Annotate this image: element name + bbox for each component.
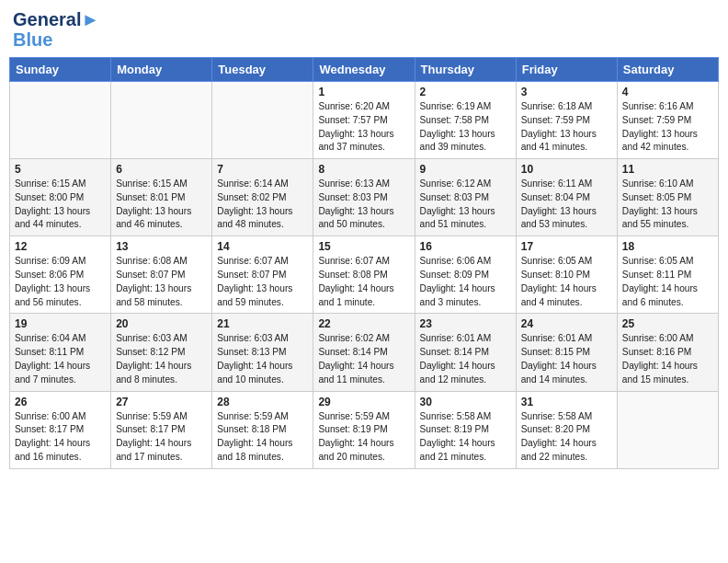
- day-number: 27: [116, 396, 207, 408]
- calendar-cell: 27Sunrise: 5:59 AM Sunset: 8:17 PM Dayli…: [111, 391, 212, 468]
- day-info: Sunrise: 6:04 AM Sunset: 8:11 PM Dayligh…: [15, 332, 106, 386]
- day-info: Sunrise: 6:15 AM Sunset: 8:01 PM Dayligh…: [116, 178, 207, 232]
- calendar-cell: 23Sunrise: 6:01 AM Sunset: 8:14 PM Dayli…: [415, 314, 516, 391]
- calendar-cell: 12Sunrise: 6:09 AM Sunset: 8:06 PM Dayli…: [10, 236, 111, 314]
- calendar-week-3: 12Sunrise: 6:09 AM Sunset: 8:06 PM Dayli…: [10, 236, 719, 314]
- day-number: 29: [318, 396, 409, 408]
- day-info: Sunrise: 6:03 AM Sunset: 8:12 PM Dayligh…: [116, 332, 207, 386]
- day-info: Sunrise: 6:00 AM Sunset: 8:16 PM Dayligh…: [622, 332, 713, 386]
- calendar-cell: 28Sunrise: 5:59 AM Sunset: 8:18 PM Dayli…: [212, 391, 313, 468]
- calendar-cell: [111, 82, 212, 159]
- calendar-cell: 24Sunrise: 6:01 AM Sunset: 8:15 PM Dayli…: [516, 314, 617, 391]
- weekday-header-tuesday: Tuesday: [212, 58, 313, 82]
- calendar-cell: 3Sunrise: 6:18 AM Sunset: 7:59 PM Daylig…: [516, 82, 617, 159]
- day-info: Sunrise: 5:59 AM Sunset: 8:19 PM Dayligh…: [318, 410, 409, 465]
- day-number: 10: [521, 163, 612, 176]
- day-number: 2: [420, 86, 511, 98]
- day-number: 31: [521, 396, 612, 408]
- calendar-table: SundayMondayTuesdayWednesdayThursdayFrid…: [9, 57, 719, 469]
- day-info: Sunrise: 6:13 AM Sunset: 8:03 PM Dayligh…: [318, 178, 409, 232]
- day-info: Sunrise: 6:09 AM Sunset: 8:06 PM Dayligh…: [15, 255, 106, 309]
- day-info: Sunrise: 6:16 AM Sunset: 7:59 PM Dayligh…: [622, 100, 713, 155]
- day-info: Sunrise: 6:18 AM Sunset: 7:59 PM Dayligh…: [521, 100, 612, 155]
- calendar-week-4: 19Sunrise: 6:04 AM Sunset: 8:11 PM Dayli…: [10, 314, 719, 391]
- day-info: Sunrise: 6:08 AM Sunset: 8:07 PM Dayligh…: [116, 255, 207, 309]
- day-info: Sunrise: 6:14 AM Sunset: 8:02 PM Dayligh…: [217, 178, 308, 232]
- day-info: Sunrise: 6:12 AM Sunset: 8:03 PM Dayligh…: [420, 178, 511, 232]
- day-number: 16: [420, 240, 511, 253]
- day-info: Sunrise: 6:19 AM Sunset: 7:58 PM Dayligh…: [420, 100, 511, 155]
- page-header: General► Blue: [9, 9, 719, 50]
- day-number: 6: [116, 163, 207, 176]
- calendar-cell: 18Sunrise: 6:05 AM Sunset: 8:11 PM Dayli…: [617, 236, 718, 314]
- day-number: 15: [318, 240, 409, 253]
- day-info: Sunrise: 5:58 AM Sunset: 8:20 PM Dayligh…: [521, 410, 612, 465]
- day-number: 18: [622, 240, 713, 253]
- calendar-cell: 30Sunrise: 5:58 AM Sunset: 8:19 PM Dayli…: [415, 391, 516, 468]
- calendar-cell: 26Sunrise: 6:00 AM Sunset: 8:17 PM Dayli…: [10, 391, 111, 468]
- day-number: 7: [217, 163, 308, 176]
- day-info: Sunrise: 5:59 AM Sunset: 8:18 PM Dayligh…: [217, 410, 308, 465]
- day-number: 17: [521, 240, 612, 253]
- weekday-header-monday: Monday: [111, 58, 212, 82]
- calendar-cell: 10Sunrise: 6:11 AM Sunset: 8:04 PM Dayli…: [516, 159, 617, 236]
- day-info: Sunrise: 6:10 AM Sunset: 8:05 PM Dayligh…: [622, 178, 713, 232]
- calendar-cell: [617, 391, 718, 468]
- day-info: Sunrise: 6:03 AM Sunset: 8:13 PM Dayligh…: [217, 332, 308, 386]
- calendar-cell: [10, 82, 111, 159]
- calendar-cell: 1Sunrise: 6:20 AM Sunset: 7:57 PM Daylig…: [313, 82, 415, 159]
- day-info: Sunrise: 6:01 AM Sunset: 8:14 PM Dayligh…: [420, 332, 511, 386]
- day-number: 26: [15, 396, 106, 408]
- day-number: 23: [420, 317, 511, 330]
- day-number: 25: [622, 317, 713, 330]
- day-number: 21: [217, 317, 308, 330]
- day-info: Sunrise: 5:59 AM Sunset: 8:17 PM Dayligh…: [116, 410, 207, 465]
- day-number: 9: [420, 163, 511, 176]
- calendar-cell: 14Sunrise: 6:07 AM Sunset: 8:07 PM Dayli…: [212, 236, 313, 314]
- calendar-week-2: 5Sunrise: 6:15 AM Sunset: 8:00 PM Daylig…: [10, 159, 719, 236]
- weekday-header-saturday: Saturday: [617, 58, 718, 82]
- day-info: Sunrise: 6:05 AM Sunset: 8:10 PM Dayligh…: [521, 255, 612, 309]
- day-info: Sunrise: 5:58 AM Sunset: 8:19 PM Dayligh…: [420, 410, 511, 465]
- calendar-cell: 8Sunrise: 6:13 AM Sunset: 8:03 PM Daylig…: [313, 159, 415, 236]
- logo-text-line2: Blue: [13, 29, 52, 50]
- calendar-cell: 9Sunrise: 6:12 AM Sunset: 8:03 PM Daylig…: [415, 159, 516, 236]
- day-number: 14: [217, 240, 308, 253]
- weekday-header-thursday: Thursday: [415, 58, 516, 82]
- calendar-week-1: 1Sunrise: 6:20 AM Sunset: 7:57 PM Daylig…: [10, 82, 719, 159]
- calendar-cell: 21Sunrise: 6:03 AM Sunset: 8:13 PM Dayli…: [212, 314, 313, 391]
- day-number: 30: [420, 396, 511, 408]
- calendar-cell: 13Sunrise: 6:08 AM Sunset: 8:07 PM Dayli…: [111, 236, 212, 314]
- calendar-cell: 17Sunrise: 6:05 AM Sunset: 8:10 PM Dayli…: [516, 236, 617, 314]
- day-info: Sunrise: 6:07 AM Sunset: 8:08 PM Dayligh…: [318, 255, 409, 309]
- calendar-cell: 7Sunrise: 6:14 AM Sunset: 8:02 PM Daylig…: [212, 159, 313, 236]
- calendar-cell: 2Sunrise: 6:19 AM Sunset: 7:58 PM Daylig…: [415, 82, 516, 159]
- day-info: Sunrise: 6:00 AM Sunset: 8:17 PM Dayligh…: [15, 410, 106, 465]
- weekday-header-row: SundayMondayTuesdayWednesdayThursdayFrid…: [10, 58, 719, 82]
- day-info: Sunrise: 6:20 AM Sunset: 7:57 PM Dayligh…: [318, 100, 409, 155]
- day-number: 3: [521, 86, 612, 98]
- calendar-cell: 4Sunrise: 6:16 AM Sunset: 7:59 PM Daylig…: [617, 82, 718, 159]
- day-number: 12: [15, 240, 106, 253]
- day-number: 22: [318, 317, 409, 330]
- day-number: 5: [15, 163, 106, 176]
- calendar-cell: 25Sunrise: 6:00 AM Sunset: 8:16 PM Dayli…: [617, 314, 718, 391]
- weekday-header-sunday: Sunday: [10, 58, 111, 82]
- day-number: 1: [318, 86, 409, 98]
- calendar-cell: 20Sunrise: 6:03 AM Sunset: 8:12 PM Dayli…: [111, 314, 212, 391]
- calendar-cell: 6Sunrise: 6:15 AM Sunset: 8:01 PM Daylig…: [111, 159, 212, 236]
- calendar-cell: 19Sunrise: 6:04 AM Sunset: 8:11 PM Dayli…: [10, 314, 111, 391]
- day-info: Sunrise: 6:11 AM Sunset: 8:04 PM Dayligh…: [521, 178, 612, 232]
- day-number: 24: [521, 317, 612, 330]
- calendar-cell: [212, 82, 313, 159]
- day-number: 19: [15, 317, 106, 330]
- calendar-cell: 15Sunrise: 6:07 AM Sunset: 8:08 PM Dayli…: [313, 236, 415, 314]
- calendar-cell: 16Sunrise: 6:06 AM Sunset: 8:09 PM Dayli…: [415, 236, 516, 314]
- day-info: Sunrise: 6:01 AM Sunset: 8:15 PM Dayligh…: [521, 332, 612, 386]
- day-number: 20: [116, 317, 207, 330]
- day-info: Sunrise: 6:07 AM Sunset: 8:07 PM Dayligh…: [217, 255, 308, 309]
- day-info: Sunrise: 6:02 AM Sunset: 8:14 PM Dayligh…: [318, 332, 409, 386]
- day-number: 13: [116, 240, 207, 253]
- weekday-header-wednesday: Wednesday: [313, 58, 415, 82]
- calendar-cell: 29Sunrise: 5:59 AM Sunset: 8:19 PM Dayli…: [313, 391, 415, 468]
